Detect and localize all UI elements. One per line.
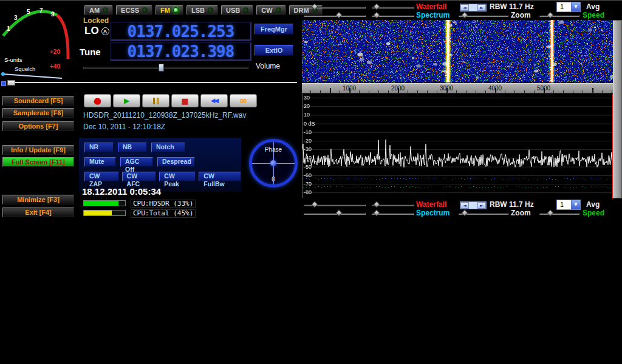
db-label: -80 (304, 189, 312, 195)
despread-button[interactable]: Despread (157, 157, 195, 167)
waterfall-contrast-slider[interactable] (372, 4, 414, 10)
tune-label: Tune (80, 47, 101, 57)
waterfall-shift-scrollbar[interactable]: ◄ ► (460, 4, 487, 12)
scrollbar-track[interactable] (469, 202, 477, 209)
vfo-a-icon[interactable]: A (101, 27, 109, 35)
nr-button[interactable]: NR (84, 143, 114, 152)
right-panel-scrollbar[interactable] (613, 20, 622, 198)
waterfall-tab[interactable]: Waterfall (416, 2, 446, 11)
bottom-waterfall-tab[interactable]: Waterfall (416, 200, 446, 209)
lo-frequency-display[interactable]: 0137.025.253 (110, 22, 251, 41)
mode-am-button[interactable]: AM (84, 5, 113, 15)
play-button[interactable]: ▶ (113, 94, 140, 107)
mode-fm-button[interactable]: FM (156, 5, 183, 15)
mode-ecss-button[interactable]: ECSS (116, 5, 152, 15)
bottom-spectrum-tab[interactable]: Spectrum (416, 209, 449, 217)
slider-thumb[interactable] (461, 209, 468, 216)
bottom-waterfall-brightness-slider[interactable] (304, 202, 366, 208)
scrollbar-track[interactable] (469, 4, 477, 11)
mode-cw-button[interactable]: CW (256, 5, 285, 15)
scroll-right-icon[interactable]: ► (477, 4, 486, 11)
bottom-speed-slider[interactable] (539, 211, 579, 217)
bottom-waterfall-contrast-slider[interactable] (372, 202, 414, 208)
slider-thumb[interactable] (547, 209, 553, 216)
record-button[interactable]: ● (84, 94, 111, 107)
cw-zap-button[interactable]: CW ZAP (84, 172, 119, 181)
fullscreen-button[interactable]: Full Screen [F11] (2, 157, 74, 167)
nb-button[interactable]: NB (118, 143, 147, 152)
tuning-slider[interactable] (7, 80, 297, 86)
audio-spectrum-display[interactable]: 30 20 10 0 dB -10 -20 -30 -40 -50 -60 -7… (302, 94, 613, 198)
slider-thumb[interactable] (311, 201, 318, 207)
slider-thumb[interactable] (461, 12, 468, 18)
rewind-button[interactable]: ◀◀ (200, 94, 228, 107)
pause-button[interactable] (142, 94, 169, 107)
mode-lsb-button[interactable]: LSB (186, 5, 218, 15)
exit-button[interactable]: Exit [F4] (2, 207, 74, 217)
speed-slider[interactable] (539, 13, 579, 19)
soundcard-button[interactable]: Soundcard [F5] (2, 96, 74, 106)
info-update-button[interactable]: Info / Update [F9] (2, 145, 74, 155)
phase-indicator[interactable]: Phase 0 (247, 136, 299, 192)
dropdown-arrow-icon[interactable]: ▼ (571, 2, 580, 12)
loop-button[interactable]: ∞ (230, 94, 257, 107)
smeter-needle (2, 74, 62, 78)
stop-button[interactable]: ■ (171, 94, 199, 107)
bottom-avg-select[interactable]: 1 ▼ (556, 200, 581, 210)
scroll-left-icon[interactable]: ◄ (460, 4, 469, 11)
cw-fullbw-button[interactable]: CW FullBw (199, 172, 241, 181)
smeter-tick-label: 3 (14, 15, 18, 21)
slider-thumb[interactable] (335, 209, 342, 216)
slider-thumb[interactable] (335, 12, 342, 18)
squelch-indicator[interactable] (1, 81, 6, 86)
audio-waterfall-display[interactable] (302, 20, 613, 83)
slider-thumb[interactable] (547, 12, 553, 18)
slider-thumb[interactable] (373, 3, 380, 10)
mode-usb-button[interactable]: USB (221, 5, 253, 15)
spectrum-contrast-slider[interactable] (372, 13, 414, 19)
waterfall-brightness-slider[interactable] (304, 4, 366, 10)
slider-thumb[interactable] (159, 64, 164, 72)
lo-row: LO A (84, 25, 109, 37)
scroll-left-icon[interactable]: ◄ (460, 202, 469, 209)
slider-thumb[interactable] (373, 12, 380, 18)
slider-thumb[interactable] (7, 80, 15, 86)
samplerate-button[interactable]: Samplerate [F6] (2, 108, 74, 118)
mute-button[interactable]: Mute (84, 157, 116, 167)
smeter-needle-tip-icon (1, 72, 5, 76)
mode-label: AM (89, 7, 100, 14)
agc-off-button[interactable]: AGC Off (120, 157, 153, 167)
extio-button[interactable]: ExtIO (255, 45, 293, 56)
volume-slider[interactable] (83, 64, 248, 72)
db-label: 20 (304, 103, 310, 109)
bottom-spectrum-brightness-slider[interactable] (304, 211, 366, 217)
slider-thumb[interactable] (373, 201, 380, 207)
scroll-right-icon[interactable]: ► (477, 202, 486, 209)
spectrum-tab[interactable]: Spectrum (416, 11, 449, 19)
slider-track (304, 15, 366, 17)
avg-select[interactable]: 1 ▼ (556, 2, 581, 12)
play-icon: ▶ (124, 97, 129, 104)
audio-spectrum-canvas[interactable] (302, 94, 613, 198)
dropdown-arrow-icon[interactable]: ▼ (571, 200, 580, 209)
spectrum-brightness-slider[interactable] (304, 13, 366, 19)
slider-track (539, 213, 579, 215)
freqmgr-button[interactable]: FreqMgr (255, 24, 293, 35)
tune-frequency-display[interactable]: 0137.023.398 (110, 42, 251, 61)
bottom-speed-label: Speed (583, 209, 604, 217)
bottom-zoom-slider[interactable] (459, 211, 508, 217)
notch-button[interactable]: Notch (151, 143, 185, 152)
zoom-slider[interactable] (459, 13, 508, 19)
bottom-waterfall-shift-scrollbar[interactable]: ◄ ► (460, 201, 487, 209)
bottom-spectrum-contrast-slider[interactable] (372, 211, 414, 217)
mode-led-icon (103, 7, 108, 13)
slider-thumb[interactable] (311, 3, 318, 10)
tune-frequency-value: 0137.023.398 (128, 42, 234, 61)
locked-label: Locked (83, 16, 109, 25)
minimize-button[interactable]: Minimize [F3] (2, 195, 74, 204)
options-button[interactable]: Options [F7] (2, 121, 74, 131)
cw-peak-button[interactable]: CW Peak (159, 172, 196, 181)
slider-thumb[interactable] (373, 209, 380, 216)
db-label: 30 (304, 95, 310, 101)
cw-afc-button[interactable]: CW AFC (122, 172, 157, 181)
